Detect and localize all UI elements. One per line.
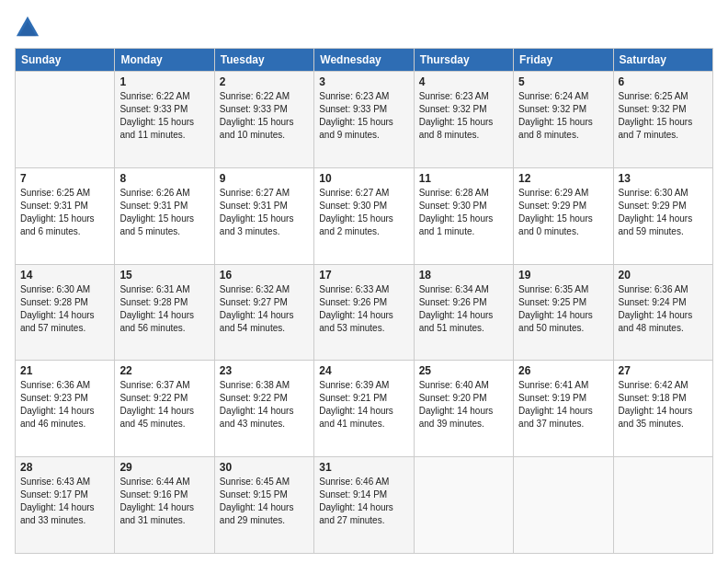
day-number: 27 bbox=[619, 364, 708, 377]
day-info: Sunrise: 6:30 AMSunset: 9:28 PMDaylight:… bbox=[20, 283, 109, 335]
calendar-cell: 10Sunrise: 6:27 AMSunset: 9:30 PMDayligh… bbox=[314, 167, 414, 264]
day-info: Sunrise: 6:36 AMSunset: 9:24 PMDaylight:… bbox=[619, 283, 708, 335]
day-number: 30 bbox=[220, 461, 309, 474]
calendar-header-tuesday: Tuesday bbox=[214, 49, 313, 72]
calendar-cell bbox=[514, 457, 613, 554]
calendar-week-row: 7Sunrise: 6:25 AMSunset: 9:31 PMDaylight… bbox=[16, 167, 713, 264]
day-info: Sunrise: 6:41 AMSunset: 9:19 PMDaylight:… bbox=[518, 379, 608, 431]
day-number: 23 bbox=[220, 364, 309, 377]
day-info: Sunrise: 6:38 AMSunset: 9:22 PMDaylight:… bbox=[220, 379, 309, 431]
calendar-week-row: 1Sunrise: 6:22 AMSunset: 9:33 PMDaylight… bbox=[16, 72, 713, 168]
day-info: Sunrise: 6:24 AMSunset: 9:32 PMDaylight:… bbox=[518, 90, 608, 142]
calendar-cell: 30Sunrise: 6:45 AMSunset: 9:15 PMDayligh… bbox=[214, 457, 313, 554]
calendar-cell: 18Sunrise: 6:34 AMSunset: 9:26 PMDayligh… bbox=[414, 264, 513, 361]
day-number: 29 bbox=[119, 461, 209, 474]
calendar-cell: 6Sunrise: 6:25 AMSunset: 9:32 PMDaylight… bbox=[613, 72, 712, 168]
calendar-cell: 12Sunrise: 6:29 AMSunset: 9:29 PMDayligh… bbox=[514, 167, 613, 264]
calendar-cell bbox=[613, 457, 712, 554]
day-number: 19 bbox=[518, 269, 608, 282]
calendar-cell: 16Sunrise: 6:32 AMSunset: 9:27 PMDayligh… bbox=[214, 264, 313, 361]
day-number: 5 bbox=[518, 75, 608, 88]
calendar-header-row: SundayMondayTuesdayWednesdayThursdayFrid… bbox=[16, 49, 713, 72]
calendar-cell: 27Sunrise: 6:42 AMSunset: 9:18 PMDayligh… bbox=[613, 361, 712, 457]
day-info: Sunrise: 6:30 AMSunset: 9:29 PMDaylight:… bbox=[619, 187, 708, 238]
calendar-cell: 9Sunrise: 6:27 AMSunset: 9:31 PMDaylight… bbox=[214, 167, 313, 264]
day-number: 14 bbox=[20, 269, 109, 282]
day-number: 20 bbox=[619, 269, 708, 282]
day-info: Sunrise: 6:27 AMSunset: 9:31 PMDaylight:… bbox=[220, 187, 309, 238]
day-info: Sunrise: 6:28 AMSunset: 9:30 PMDaylight:… bbox=[419, 187, 508, 238]
calendar-table: SundayMondayTuesdayWednesdayThursdayFrid… bbox=[15, 48, 713, 554]
day-number: 13 bbox=[619, 172, 708, 185]
day-info: Sunrise: 6:22 AMSunset: 9:33 PMDaylight:… bbox=[119, 90, 209, 142]
day-number: 24 bbox=[319, 364, 408, 377]
calendar-cell: 19Sunrise: 6:35 AMSunset: 9:25 PMDayligh… bbox=[514, 264, 613, 361]
day-number: 17 bbox=[319, 269, 408, 282]
calendar-cell: 23Sunrise: 6:38 AMSunset: 9:22 PMDayligh… bbox=[214, 361, 313, 457]
calendar-header-saturday: Saturday bbox=[613, 49, 712, 72]
day-number: 31 bbox=[319, 461, 408, 474]
day-number: 8 bbox=[119, 172, 209, 185]
day-number: 3 bbox=[319, 75, 408, 88]
day-number: 18 bbox=[419, 269, 508, 282]
day-number: 11 bbox=[419, 172, 508, 185]
day-number: 16 bbox=[220, 269, 309, 282]
day-number: 4 bbox=[419, 75, 508, 88]
day-info: Sunrise: 6:45 AMSunset: 9:15 PMDaylight:… bbox=[220, 476, 309, 527]
calendar-cell: 15Sunrise: 6:31 AMSunset: 9:28 PMDayligh… bbox=[115, 264, 214, 361]
day-number: 25 bbox=[419, 364, 508, 377]
day-number: 28 bbox=[20, 461, 109, 474]
calendar-cell: 25Sunrise: 6:40 AMSunset: 9:20 PMDayligh… bbox=[414, 361, 513, 457]
calendar-cell: 8Sunrise: 6:26 AMSunset: 9:31 PMDaylight… bbox=[115, 167, 214, 264]
day-info: Sunrise: 6:25 AMSunset: 9:32 PMDaylight:… bbox=[619, 90, 708, 142]
day-number: 7 bbox=[20, 172, 109, 185]
calendar-header-monday: Monday bbox=[115, 49, 214, 72]
day-info: Sunrise: 6:44 AMSunset: 9:16 PMDaylight:… bbox=[119, 476, 209, 527]
day-info: Sunrise: 6:37 AMSunset: 9:22 PMDaylight:… bbox=[119, 379, 209, 431]
day-info: Sunrise: 6:34 AMSunset: 9:26 PMDaylight:… bbox=[419, 283, 508, 335]
calendar-header-thursday: Thursday bbox=[414, 49, 513, 72]
day-info: Sunrise: 6:35 AMSunset: 9:25 PMDaylight:… bbox=[518, 283, 608, 335]
calendar-cell: 1Sunrise: 6:22 AMSunset: 9:33 PMDaylight… bbox=[115, 72, 214, 168]
day-info: Sunrise: 6:39 AMSunset: 9:21 PMDaylight:… bbox=[319, 379, 408, 431]
calendar-cell: 11Sunrise: 6:28 AMSunset: 9:30 PMDayligh… bbox=[414, 167, 513, 264]
calendar-cell: 21Sunrise: 6:36 AMSunset: 9:23 PMDayligh… bbox=[16, 361, 115, 457]
day-info: Sunrise: 6:40 AMSunset: 9:20 PMDaylight:… bbox=[419, 379, 508, 431]
calendar-cell: 2Sunrise: 6:22 AMSunset: 9:33 PMDaylight… bbox=[214, 72, 313, 168]
day-info: Sunrise: 6:25 AMSunset: 9:31 PMDaylight:… bbox=[20, 187, 109, 238]
logo-icon bbox=[15, 15, 40, 40]
calendar-week-row: 21Sunrise: 6:36 AMSunset: 9:23 PMDayligh… bbox=[16, 361, 713, 457]
page: SundayMondayTuesdayWednesdayThursdayFrid… bbox=[0, 0, 728, 563]
day-number: 1 bbox=[119, 75, 209, 88]
day-info: Sunrise: 6:27 AMSunset: 9:30 PMDaylight:… bbox=[319, 187, 408, 238]
day-info: Sunrise: 6:43 AMSunset: 9:17 PMDaylight:… bbox=[20, 476, 109, 527]
day-number: 2 bbox=[220, 75, 309, 88]
calendar-cell: 5Sunrise: 6:24 AMSunset: 9:32 PMDaylight… bbox=[514, 72, 613, 168]
day-number: 26 bbox=[518, 364, 608, 377]
day-number: 22 bbox=[119, 364, 209, 377]
day-info: Sunrise: 6:31 AMSunset: 9:28 PMDaylight:… bbox=[119, 283, 209, 335]
calendar-cell: 13Sunrise: 6:30 AMSunset: 9:29 PMDayligh… bbox=[613, 167, 712, 264]
calendar-week-row: 28Sunrise: 6:43 AMSunset: 9:17 PMDayligh… bbox=[16, 457, 713, 554]
calendar-cell: 29Sunrise: 6:44 AMSunset: 9:16 PMDayligh… bbox=[115, 457, 214, 554]
day-number: 15 bbox=[119, 269, 209, 282]
day-info: Sunrise: 6:23 AMSunset: 9:32 PMDaylight:… bbox=[419, 90, 508, 142]
calendar-cell: 28Sunrise: 6:43 AMSunset: 9:17 PMDayligh… bbox=[16, 457, 115, 554]
calendar-cell: 7Sunrise: 6:25 AMSunset: 9:31 PMDaylight… bbox=[16, 167, 115, 264]
day-number: 12 bbox=[518, 172, 608, 185]
calendar-header-wednesday: Wednesday bbox=[314, 49, 414, 72]
calendar-week-row: 14Sunrise: 6:30 AMSunset: 9:28 PMDayligh… bbox=[16, 264, 713, 361]
calendar-cell bbox=[16, 72, 115, 168]
day-info: Sunrise: 6:42 AMSunset: 9:18 PMDaylight:… bbox=[619, 379, 708, 431]
header bbox=[15, 15, 713, 40]
calendar-cell: 24Sunrise: 6:39 AMSunset: 9:21 PMDayligh… bbox=[314, 361, 414, 457]
day-number: 6 bbox=[619, 75, 708, 88]
calendar-cell: 31Sunrise: 6:46 AMSunset: 9:14 PMDayligh… bbox=[314, 457, 414, 554]
day-info: Sunrise: 6:23 AMSunset: 9:33 PMDaylight:… bbox=[319, 90, 408, 142]
calendar-cell: 20Sunrise: 6:36 AMSunset: 9:24 PMDayligh… bbox=[613, 264, 712, 361]
logo bbox=[15, 15, 44, 40]
calendar-header-friday: Friday bbox=[514, 49, 613, 72]
day-info: Sunrise: 6:32 AMSunset: 9:27 PMDaylight:… bbox=[220, 283, 309, 335]
calendar-cell: 26Sunrise: 6:41 AMSunset: 9:19 PMDayligh… bbox=[514, 361, 613, 457]
calendar-cell: 4Sunrise: 6:23 AMSunset: 9:32 PMDaylight… bbox=[414, 72, 513, 168]
